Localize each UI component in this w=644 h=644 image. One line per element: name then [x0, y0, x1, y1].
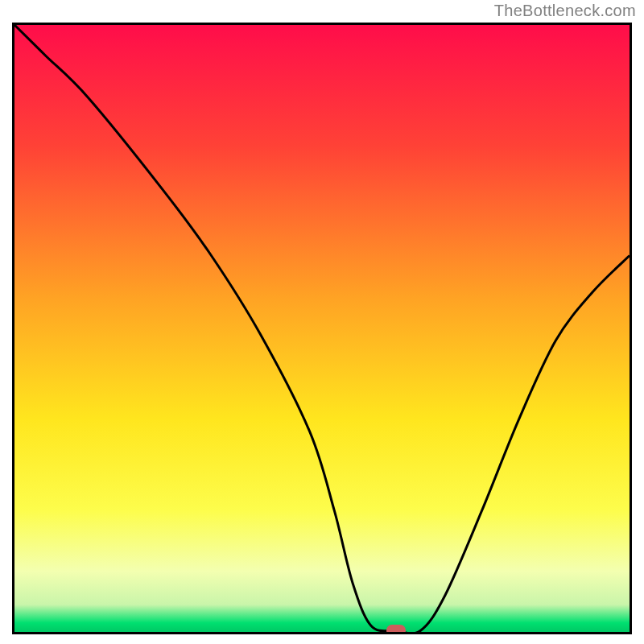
plot-svg — [14, 25, 630, 632]
gradient-background — [14, 25, 630, 632]
plot-area — [12, 23, 632, 634]
watermark-label: TheBottleneck.com — [494, 2, 636, 20]
minimum-marker — [386, 625, 406, 634]
